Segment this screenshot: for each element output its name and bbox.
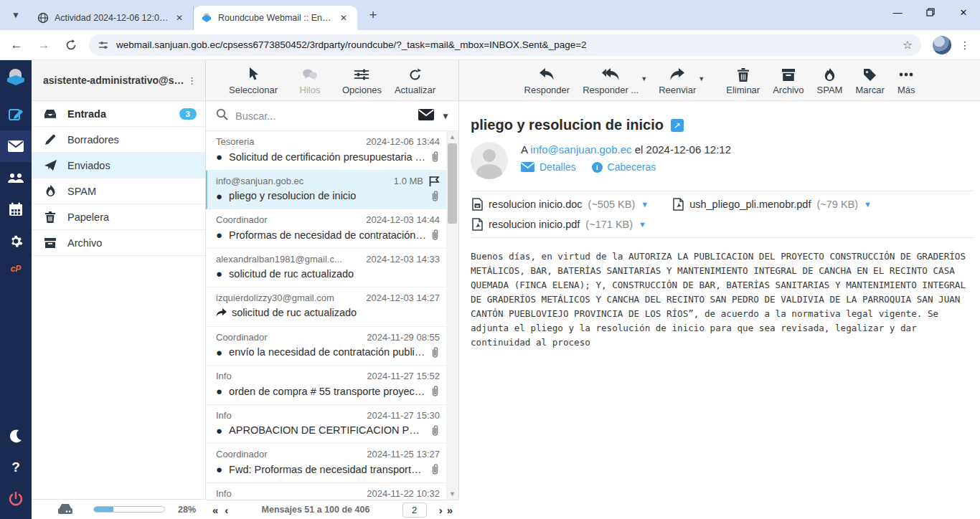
attachment-icon — [430, 463, 440, 475]
doc-file-icon: w — [472, 198, 483, 211]
attachment-menu-caret-icon[interactable]: ▼ — [641, 200, 649, 209]
close-window-button[interactable]: ✕ — [947, 0, 980, 24]
message-row[interactable]: izquierdolizzy30@gmail.com2024-12-03 14:… — [206, 287, 447, 327]
select-button[interactable]: Seleccionar — [229, 65, 278, 95]
last-page-icon[interactable]: » — [446, 505, 459, 515]
bookmark-star-icon[interactable]: ☆ — [903, 38, 913, 52]
contacts-nav-button[interactable] — [0, 162, 32, 194]
archive-button[interactable]: Archivo — [770, 65, 806, 95]
logout-power-icon[interactable] — [0, 483, 32, 515]
browser-toolbar: ← → webmail.sanjuan.gob.ec/cpsess6773850… — [0, 30, 980, 60]
reply-button[interactable]: Responder — [522, 65, 573, 95]
message-row[interactable]: Coordinador2024-11-29 08:55 ●envío la ne… — [206, 327, 447, 366]
flag-icon[interactable] — [429, 176, 440, 186]
message-row[interactable]: Info2024-11-22 10:32 — [206, 483, 447, 500]
attachment-item[interactable]: w resolucion inicio.doc (~505 KB) ▼ — [472, 198, 649, 211]
tab-actividad[interactable]: Actividad 2024-12-06 12:00:00 ✕ — [30, 6, 194, 30]
page-number-input[interactable]: 2 — [402, 503, 427, 518]
reload-icon[interactable] — [60, 34, 82, 56]
attachment-icon — [430, 190, 440, 202]
tab-title: Actividad 2024-12-06 12:00:00 — [55, 13, 169, 23]
search-options-chevron-icon[interactable]: ▼ — [441, 111, 450, 121]
delete-button[interactable]: Eliminar — [723, 65, 763, 95]
search-input[interactable] — [235, 110, 414, 122]
account-menu-icon[interactable]: ⋮ — [184, 75, 199, 86]
folder-borradores[interactable]: Borradores — [32, 127, 205, 153]
calendar-nav-button[interactable] — [0, 194, 32, 225]
mail-nav-button[interactable] — [0, 130, 32, 162]
scroll-down-icon[interactable]: ▼ — [446, 488, 458, 500]
sender-avatar — [471, 142, 508, 179]
dark-mode-icon[interactable] — [0, 420, 32, 452]
prev-page-icon[interactable]: ‹ — [225, 505, 235, 515]
back-icon[interactable]: ← — [6, 34, 27, 56]
pagination-bar: « ‹ Mensajes 51 a 100 de 406 2 › » — [206, 500, 459, 519]
message-row[interactable]: Tesoreria2024-12-06 13:44 ●Solicitud de … — [206, 131, 447, 171]
compose-button[interactable] — [0, 99, 32, 130]
roundcube-logo-icon — [6, 69, 25, 87]
tab-close-icon[interactable]: ✕ — [337, 11, 350, 24]
folder-entrada[interactable]: Entrada 3 — [32, 101, 205, 127]
search-scope-mail-icon[interactable] — [418, 109, 434, 123]
address-bar[interactable]: webmail.sanjuan.gob.ec/cpsess6773850452/… — [89, 34, 921, 56]
message-row[interactable]: Coordinador2024-11-25 13:27 ●Fwd: Profor… — [206, 444, 447, 483]
app-rail: cP ? — [0, 60, 32, 519]
spam-button[interactable]: SPAM — [814, 65, 846, 95]
tab-close-icon[interactable]: ✕ — [173, 11, 186, 24]
folder-spam[interactable]: SPAM — [32, 178, 205, 204]
attachment-menu-caret-icon[interactable]: ▼ — [864, 200, 872, 209]
refresh-button[interactable]: Actualizar — [395, 65, 435, 95]
more-button[interactable]: Más — [895, 65, 918, 95]
tab-search-chevron-icon[interactable]: ▼ — [6, 5, 26, 25]
minimize-button[interactable]: — — [881, 0, 914, 24]
message-list-panel: Seleccionar Hilos Opciones Actualizar — [206, 60, 459, 519]
next-page-icon[interactable]: › — [433, 505, 446, 515]
unread-dot-icon: ● — [216, 229, 222, 240]
reply-all-caret-icon[interactable]: ▼ — [641, 75, 647, 82]
message-rows: Tesoreria2024-12-06 13:44 ●Solicitud de … — [206, 131, 447, 500]
mark-button[interactable]: Marcar — [852, 65, 887, 95]
folder-enviados[interactable]: Enviados — [32, 153, 205, 178]
forward-caret-icon[interactable]: ▼ — [698, 75, 705, 82]
attachment-item[interactable]: resolucion inicio.pdf (~171 KB) ▼ — [472, 218, 973, 231]
unread-dot-icon: ● — [216, 191, 222, 201]
restore-button[interactable] — [914, 0, 947, 24]
folder-label: SPAM — [67, 186, 197, 197]
list-scrollbar[interactable]: ▲ ▼ — [446, 131, 458, 500]
help-icon[interactable]: ? — [0, 452, 32, 483]
folder-archivo[interactable]: Archivo — [32, 230, 205, 256]
list-toolbar: Seleccionar Hilos Opciones Actualizar — [206, 60, 458, 101]
site-info-icon[interactable] — [98, 39, 109, 51]
attachment-item[interactable]: ush_pliego_pli.menobr.pdf (~79 KB) ▼ — [673, 198, 872, 211]
browser-profile-avatar[interactable] — [933, 36, 951, 54]
forward-icon[interactable]: → — [33, 34, 55, 56]
forward-button[interactable]: Reenviar ▼ — [656, 65, 699, 95]
tab-roundcube[interactable]: Roundcube Webmail :: Enviados ✕ — [194, 6, 357, 30]
threads-button[interactable]: Hilos — [291, 65, 329, 95]
cpanel-icon[interactable]: cP — [11, 257, 22, 281]
message-row-selected[interactable]: info@sanjuan.gob.ec1.0 MB ●pliego y reso… — [206, 171, 447, 210]
options-button[interactable]: Opciones — [342, 65, 382, 95]
details-toggle[interactable]: Detalles — [521, 161, 576, 173]
attachment-menu-caret-icon[interactable]: ▼ — [639, 220, 646, 229]
mail-view-panel: Responder Responder ... ▼ Reenviar ▼ — [459, 60, 980, 519]
storage-icon — [57, 504, 73, 515]
open-in-new-window-icon[interactable]: ↗ — [671, 119, 684, 132]
reply-all-button[interactable]: Responder ... ▼ — [580, 65, 641, 95]
message-row[interactable]: Info2024-11-27 15:52 ●orden de compra # … — [206, 366, 447, 405]
settings-nav-button[interactable] — [0, 225, 32, 257]
unread-dot-icon: ● — [216, 425, 222, 436]
headers-toggle[interactable]: i Cabeceras — [592, 161, 656, 173]
message-row[interactable]: alexandralban1981@gmail.c...2024-12-03 1… — [206, 249, 447, 288]
scrollbar-thumb[interactable] — [448, 143, 457, 224]
message-row[interactable]: Coordinador2024-12-03 14:44 ●Proformas d… — [206, 209, 447, 249]
trash-icon — [43, 211, 57, 223]
first-page-icon[interactable]: « — [206, 505, 225, 515]
folder-papelera[interactable]: Papelera — [32, 204, 205, 230]
new-tab-button[interactable]: + — [363, 5, 383, 25]
recipient-address-link[interactable]: info@sanjuan.gob.ec — [530, 143, 631, 156]
scroll-up-icon[interactable]: ▲ — [446, 131, 458, 143]
message-row[interactable]: Info2024-11-27 15:30 ●APROBACION DE CERT… — [206, 405, 447, 444]
browser-menu-icon[interactable]: ⋮ — [956, 36, 974, 54]
flame-icon — [43, 185, 57, 197]
